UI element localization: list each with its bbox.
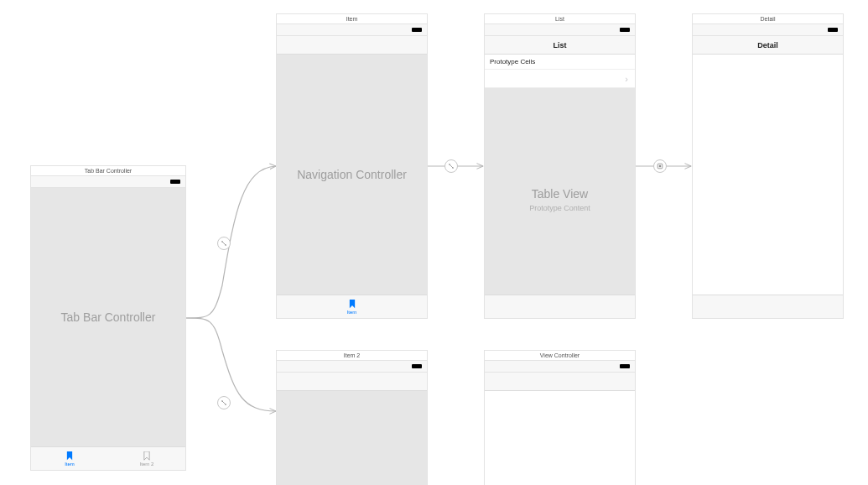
nav-bar[interactable] [485, 373, 635, 391]
svg-point-3 [225, 404, 226, 405]
status-bar [693, 24, 843, 36]
tab-label: Item 2 [140, 462, 154, 467]
bookmark-icon [348, 300, 356, 309]
scene-header[interactable]: List [485, 14, 635, 24]
scene-title: Item [346, 16, 358, 22]
controller-body [277, 391, 427, 485]
tab-item-item2[interactable]: Item 2 [108, 447, 185, 470]
prototype-cell[interactable]: › [485, 70, 635, 88]
scene-nav-controller-item[interactable]: Item Navigation Controller Item [276, 13, 428, 319]
status-bar [485, 24, 635, 36]
scene-title: Detail [761, 16, 776, 22]
placeholder-title: Table View [532, 187, 588, 201]
scene-title: View Controller [540, 352, 580, 358]
scene-detail[interactable]: Detail Detail [692, 13, 844, 319]
tab-bar-placeholder [693, 295, 843, 318]
bookmark-icon [143, 451, 151, 461]
segue-badge-relationship-2[interactable] [217, 396, 231, 409]
scene-title: Item 2 [344, 352, 360, 358]
tab-bar[interactable]: Item [277, 295, 427, 318]
svg-point-0 [221, 241, 223, 242]
tab-label: Item [347, 310, 357, 315]
tab-item-item[interactable]: Item [277, 295, 427, 318]
battery-icon [170, 180, 180, 184]
scene-header[interactable]: View Controller [485, 351, 635, 361]
placeholder-title: Navigation Controller [297, 168, 407, 181]
nav-bar[interactable]: List [485, 36, 635, 55]
nav-title: Detail [757, 41, 778, 50]
battery-icon [412, 364, 422, 368]
table-view[interactable]: Prototype Cells › Table View Prototype C… [485, 55, 635, 295]
nav-bar[interactable] [277, 36, 427, 55]
battery-icon [828, 28, 838, 32]
status-bar [277, 361, 427, 373]
tab-item-item[interactable]: Item [31, 447, 108, 470]
svg-point-1 [225, 244, 226, 246]
scene-header[interactable]: Detail [693, 14, 843, 24]
scene-view-controller[interactable]: View Controller [484, 350, 636, 485]
scene-title: Tab Bar Controller [85, 168, 132, 174]
scene-tab-bar-controller[interactable]: Tab Bar Controller Tab Bar Controller It… [30, 165, 186, 471]
status-bar [277, 24, 427, 36]
controller-body: Tab Bar Controller [31, 188, 185, 446]
table-placeholder: Table View Prototype Content [485, 105, 635, 295]
battery-icon [620, 28, 630, 32]
scene-list[interactable]: List List Prototype Cells › Table View P… [484, 13, 636, 319]
battery-icon [620, 364, 630, 368]
section-header-prototype-cells: Prototype Cells [485, 55, 635, 70]
nav-bar[interactable] [277, 373, 427, 391]
segue-badge-root[interactable] [444, 159, 458, 173]
battery-icon [412, 28, 422, 32]
placeholder-subtitle: Prototype Content [529, 204, 590, 212]
section-header-label: Prototype Cells [490, 58, 535, 65]
view-body [693, 55, 843, 295]
tab-bar-placeholder [485, 295, 635, 318]
segue-badge-show[interactable] [653, 159, 667, 173]
nav-title: List [553, 41, 566, 50]
bookmark-icon [65, 451, 74, 461]
svg-point-2 [221, 400, 223, 402]
scene-header[interactable]: Tab Bar Controller [31, 166, 185, 176]
status-bar [31, 176, 185, 188]
svg-rect-7 [659, 165, 661, 167]
scene-title: List [555, 16, 564, 22]
controller-body: Navigation Controller [277, 55, 427, 295]
tab-bar[interactable]: Item Item 2 [31, 446, 185, 470]
disclosure-indicator-icon: › [625, 74, 628, 84]
view-body [485, 391, 635, 485]
scene-nav-controller-item2[interactable]: Item 2 [276, 350, 428, 485]
nav-bar[interactable]: Detail [693, 36, 843, 55]
svg-point-4 [449, 164, 450, 165]
scene-header[interactable]: Item 2 [277, 351, 427, 361]
scene-header[interactable]: Item [277, 14, 427, 24]
status-bar [485, 361, 635, 373]
svg-point-5 [452, 167, 454, 169]
placeholder-title: Tab Bar Controller [61, 310, 156, 324]
tab-label: Item [65, 462, 75, 467]
segue-badge-relationship-1[interactable] [217, 237, 231, 250]
